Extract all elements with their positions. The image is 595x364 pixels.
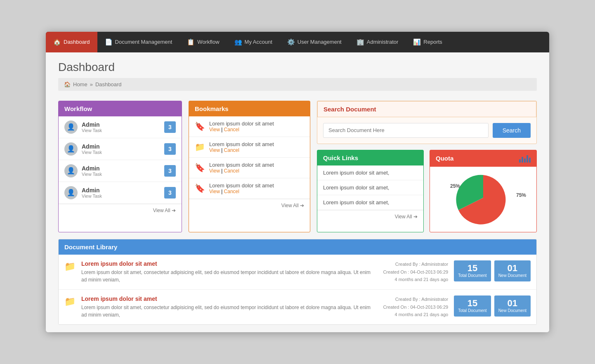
workflow-card: Workflow 👤 Admin View Task 3 👤 Admin Vie… xyxy=(58,101,182,232)
bookmark-view-4[interactable]: View xyxy=(209,189,220,194)
bookmark-icon-2: 📁 xyxy=(195,142,205,152)
bookmark-text-1: Lorem ipsum dolor sit amet xyxy=(209,121,274,127)
doc-badge-total-1: 15 Total Document xyxy=(454,260,491,281)
bookmarks-card: Bookmarks 🔖 Lorem ipsum dolor sit amet V… xyxy=(189,101,310,232)
bookmark-cancel-3[interactable]: Cancel xyxy=(224,168,239,174)
doc-info-2: Lorem ipsum dolor sit amet Lorem ipsum d… xyxy=(81,295,376,319)
quick-links-view-all-label: View All xyxy=(395,214,412,220)
nav-document-management[interactable]: 📄 Document Management xyxy=(97,32,180,52)
user-task-2: View Task xyxy=(82,150,160,155)
doc-title-1[interactable]: Lorem ipsum dolor sit amet xyxy=(81,260,376,267)
search-body: Search xyxy=(317,117,536,144)
search-input[interactable] xyxy=(323,123,489,138)
nav-workflow[interactable]: 📋 Workflow xyxy=(179,32,227,52)
bookmark-cancel-4[interactable]: Cancel xyxy=(224,189,239,194)
badge-new-count-1: 01 xyxy=(508,264,517,273)
doc-time-ago-1: 4 months and 21 days ago xyxy=(382,276,448,284)
bar-chart-icon xyxy=(519,154,531,163)
bar-5 xyxy=(529,158,531,163)
quick-link-2[interactable]: Lorem ipsum dolor sit amet, xyxy=(317,180,423,195)
breadcrumb-home: Home xyxy=(73,81,87,87)
workflow-view-all-label: View All xyxy=(153,208,170,213)
doc-title-2[interactable]: Lorem ipsum dolor sit amet xyxy=(81,295,376,302)
user-info-3: Admin View Task xyxy=(82,165,160,177)
bookmark-cancel-2[interactable]: Cancel xyxy=(224,147,239,153)
badge-total-count-1: 15 xyxy=(468,264,477,273)
task-badge-1: 3 xyxy=(164,121,176,133)
nav-dashboard[interactable]: 🏠 Dashboard xyxy=(46,32,97,52)
folder-icon-1: 📁 xyxy=(64,261,76,272)
bookmarks-view-all[interactable]: View All ➔ xyxy=(189,199,310,212)
admin-icon: 🏢 xyxy=(357,38,364,46)
doc-meta-1: Created By : Administrator Created On : … xyxy=(382,260,448,284)
page-title: Dashboard xyxy=(58,61,537,74)
nav-administrator[interactable]: 🏢 Administrator xyxy=(349,32,406,52)
badge-total-label-2: Total Document xyxy=(458,308,486,313)
doc-created-by-2: Created By : Administrator xyxy=(382,295,448,303)
user-task-1: View Task xyxy=(82,128,160,133)
nav-user-management[interactable]: ⚙️ User Management xyxy=(280,32,349,52)
task-badge-2: 3 xyxy=(164,143,176,155)
document-library: Document Library 📁 Lorem ipsum dolor sit… xyxy=(58,239,537,325)
user-name-4: Admin xyxy=(82,187,160,194)
bookmark-view-1[interactable]: View xyxy=(209,127,220,132)
bookmark-item-1: 🔖 Lorem ipsum dolor sit amet View | Canc… xyxy=(189,116,310,137)
badge-total-label-1: Total Document xyxy=(458,273,486,278)
quota-card: Quota xyxy=(430,150,537,232)
doc-badges-1: 15 Total Document 01 New Document xyxy=(454,260,531,281)
badge-new-label-2: New Document xyxy=(498,308,527,313)
bookmarks-header: Bookmarks xyxy=(189,101,310,116)
task-badge-4: 3 xyxy=(164,187,176,199)
nav-my-account[interactable]: 👥 My Account xyxy=(227,32,280,52)
bar-3 xyxy=(524,158,526,163)
badge-new-label-1: New Document xyxy=(498,273,527,278)
home-icon: 🏠 xyxy=(53,38,61,46)
badge-total-count-2: 15 xyxy=(468,299,477,308)
bookmark-item-3: 🔖 Lorem ipsum dolor sit amet View | Canc… xyxy=(189,158,310,178)
bookmark-links-3: View | Cancel xyxy=(209,168,274,174)
workflow-icon: 📋 xyxy=(187,38,195,46)
doc-item-2: 📁 Lorem ipsum dolor sit amet Lorem ipsum… xyxy=(59,290,536,324)
user-info-2: Admin View Task xyxy=(82,143,160,155)
folder-icon-2: 📁 xyxy=(64,296,76,307)
nav-label-admin: Administrator xyxy=(367,39,399,45)
app-frame: 🏠 Dashboard 📄 Document Management 📋 Work… xyxy=(46,32,549,332)
right-column: Search Document Search Quick Links Lorem… xyxy=(317,101,537,232)
nav-label-docmgmt: Document Management xyxy=(115,39,172,45)
workflow-view-all[interactable]: View All ➔ xyxy=(59,204,182,217)
user-info-4: Admin View Task xyxy=(82,187,160,199)
bookmark-links-1: View | Cancel xyxy=(209,127,274,132)
user-name-2: Admin xyxy=(82,143,160,150)
doc-badge-new-1: 01 New Document xyxy=(494,260,531,281)
user-avatar-4: 👤 xyxy=(64,186,78,199)
quota-pie-container: 25% 75% xyxy=(430,167,536,232)
bookmark-icon-1: 🔖 xyxy=(195,121,205,131)
workflow-item-1: 👤 Admin View Task 3 xyxy=(59,116,182,138)
bar-2 xyxy=(522,157,523,163)
doc-badge-new-2: 01 New Document xyxy=(494,295,531,317)
bar-1 xyxy=(519,159,521,163)
user-task-3: View Task xyxy=(82,172,160,177)
reports-icon: 📊 xyxy=(413,38,421,46)
nav-reports[interactable]: 📊 Reports xyxy=(406,32,450,52)
workflow-header: Workflow xyxy=(59,101,182,116)
quick-links-header: Quick Links xyxy=(317,150,423,165)
bar-4 xyxy=(527,155,528,163)
bookmark-view-3[interactable]: View xyxy=(209,168,220,174)
quick-links-card: Quick Links Lorem ipsum dolor sit amet, … xyxy=(317,150,424,232)
search-button[interactable]: Search xyxy=(493,123,531,138)
bookmark-item-4: 🔖 Lorem ipsum dolor sit amet View | Canc… xyxy=(189,178,310,199)
breadcrumb-sep: » xyxy=(90,81,93,87)
bookmark-content-2: Lorem ipsum dolor sit amet View | Cancel xyxy=(209,141,274,153)
top-row: Workflow 👤 Admin View Task 3 👤 Admin Vie… xyxy=(58,101,537,232)
bookmarks-view-all-label: View All xyxy=(281,203,299,208)
bookmark-view-2[interactable]: View xyxy=(209,147,220,153)
pie-label-25: 25% xyxy=(450,183,460,189)
breadcrumb-home-icon: 🏠 xyxy=(64,81,71,87)
user-avatar-3: 👤 xyxy=(64,164,78,177)
quick-link-3[interactable]: Lorem ipsum dolor sit amet, xyxy=(317,195,423,210)
quick-links-view-all[interactable]: View All ➔ xyxy=(317,210,423,223)
quick-link-1[interactable]: Lorem ipsum dolor sit amet, xyxy=(317,165,423,180)
bookmark-cancel-1[interactable]: Cancel xyxy=(224,127,239,132)
bookmark-icon-3: 🔖 xyxy=(195,163,205,173)
